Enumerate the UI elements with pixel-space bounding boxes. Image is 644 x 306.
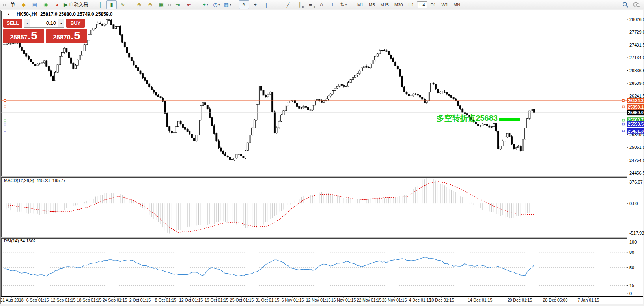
text-icon[interactable]: A xyxy=(316,0,327,9)
svg-text:14 Dec 01:15: 14 Dec 01:15 xyxy=(468,298,493,302)
main-toolbar: 单◆▤◉◕▶自动交易║▮∿⊕⊖▦⇥⇤+▾◷▾▧▾↖+|—╱∥E≡FAT⇅▾ M1… xyxy=(0,0,644,9)
pane-splitter[interactable] xyxy=(1,176,627,239)
signal-icon: ◉ xyxy=(43,2,48,8)
candlestick-chart-icon[interactable]: ▮ xyxy=(106,0,117,9)
arrows-icon-dropdown[interactable]: ▾ xyxy=(345,3,347,6)
tile-windows-icon[interactable]: ▦ xyxy=(156,0,166,9)
sell-price-display[interactable]: 25857.5 xyxy=(3,29,44,43)
channel-icon[interactable]: ∥E xyxy=(294,0,304,9)
svg-text:80: 80 xyxy=(629,250,634,255)
timeframe-button-w1[interactable]: W1 xyxy=(439,1,451,8)
svg-text:18 Sep 01:15: 18 Sep 01:15 xyxy=(77,298,102,302)
turning-point-text: 多空转折点25683 xyxy=(436,114,498,122)
buy-button[interactable]: BUY xyxy=(66,19,85,28)
rsi-line xyxy=(4,257,534,276)
template-icon: ▧ xyxy=(224,2,229,8)
horizontal-lines[interactable] xyxy=(1,100,627,132)
crosshair-icon[interactable]: + xyxy=(250,0,260,9)
line-chart-icon[interactable]: ∿ xyxy=(118,0,128,9)
line-chart-icon: ∿ xyxy=(121,2,125,8)
svg-text:22 Nov 01:15: 22 Nov 01:15 xyxy=(357,298,382,302)
volume-input[interactable] xyxy=(30,19,58,28)
horizontal-line-icon: — xyxy=(275,2,280,8)
text-icon: A xyxy=(320,2,323,8)
period-clock-icon[interactable]: ◷▾ xyxy=(211,0,222,9)
auto-trading-button-label: 自动交易 xyxy=(69,1,88,8)
trendline-icon[interactable]: ╱ xyxy=(283,0,293,9)
new-order-button: 单 xyxy=(10,1,15,8)
cursor-icon[interactable]: ↖ xyxy=(239,0,249,9)
search-icon[interactable] xyxy=(622,2,629,8)
bar-chart-icon: ║ xyxy=(99,2,102,8)
svg-text:24 Sep 01:15: 24 Sep 01:15 xyxy=(103,298,127,302)
svg-text:100: 100 xyxy=(629,240,637,244)
zoom-out-icon: ⊖ xyxy=(148,2,153,8)
collapse-arrow-icon[interactable]: ▲ xyxy=(7,13,10,16)
template-icon[interactable]: ▧▾ xyxy=(222,0,233,9)
svg-text:31 Oct 01:15: 31 Oct 01:15 xyxy=(256,298,279,302)
fibonacci-icon[interactable]: ≡F xyxy=(305,0,315,9)
svg-text:12 Oct 01:15: 12 Oct 01:15 xyxy=(179,298,203,302)
label-icon[interactable]: T xyxy=(327,0,338,9)
chart-shift-icon[interactable]: ⇤ xyxy=(184,0,194,9)
svg-text:-517.93: -517.93 xyxy=(629,231,644,235)
record-icon[interactable]: ◕ xyxy=(52,0,62,9)
chat-icon[interactable] xyxy=(633,2,640,8)
auto-scroll-icon: ⇥ xyxy=(176,2,180,8)
volume-up-button[interactable]: ▲ xyxy=(58,19,64,28)
add-indicator-icon[interactable]: +▾ xyxy=(200,0,211,9)
timeframe-button-mn[interactable]: MN xyxy=(451,1,463,8)
template-icon-dropdown[interactable]: ▾ xyxy=(230,3,231,6)
macd-signal-line xyxy=(4,182,534,233)
timeframe-button-d1[interactable]: D1 xyxy=(428,1,439,8)
timeframe-button-h4[interactable]: H4 xyxy=(417,1,427,8)
timeframe-button-h1[interactable]: H1 xyxy=(406,1,416,8)
zoom-in-icon: ⊕ xyxy=(137,2,142,8)
chart-window-icon[interactable]: ▤ xyxy=(30,0,40,9)
timeframe-button-m30[interactable]: M30 xyxy=(392,1,405,8)
horizontal-line-icon[interactable]: — xyxy=(272,0,282,9)
auto-trading-button[interactable]: ▶自动交易 xyxy=(63,0,89,9)
volume-down-button[interactable]: ▼ xyxy=(24,19,30,28)
auto-scroll-icon[interactable]: ⇥ xyxy=(173,0,183,9)
arrows-icon[interactable]: ⇅▾ xyxy=(338,0,349,9)
svg-text:28026.5: 28026.5 xyxy=(629,17,644,22)
zoom-in-icon[interactable]: ⊕ xyxy=(134,0,144,9)
sell-button[interactable]: SELL xyxy=(3,19,22,28)
svg-text:15: 15 xyxy=(629,283,634,288)
buy-price-main: 25870 xyxy=(53,30,71,45)
rsi-indicator-label: RSI(14) 54.1302 xyxy=(4,238,36,243)
sell-price-fraction: .5 xyxy=(28,29,37,42)
svg-text:25051.5: 25051.5 xyxy=(629,145,644,150)
add-indicator-icon: + xyxy=(203,2,206,8)
price-tags: 26134.325990.125859.025683.725593.525431… xyxy=(627,98,644,134)
period-clock-icon-dropdown[interactable]: ▾ xyxy=(218,3,220,6)
svg-text:24754.0: 24754.0 xyxy=(629,158,644,163)
price-axis: 28026.527729.027431.527134.026836.526539… xyxy=(627,17,644,175)
buy-price-display[interactable]: 25870.5 xyxy=(46,29,87,43)
toolbar-gripper xyxy=(130,2,132,8)
toolbar-gripper xyxy=(91,2,93,8)
svg-text:25 Oct 01:15: 25 Oct 01:15 xyxy=(230,298,254,302)
mt4-application: 单◆▤◉◕▶自动交易║▮∿⊕⊖▦⇥⇤+▾◷▾▧▾↖+|—╱∥E≡FAT⇅▾ M1… xyxy=(0,0,644,306)
svg-text:28 Nov 01:15: 28 Nov 01:15 xyxy=(382,298,407,302)
zoom-out-icon[interactable]: ⊖ xyxy=(145,0,155,9)
timeframe-button-m5[interactable]: M5 xyxy=(366,1,377,8)
buy-price-fraction: .5 xyxy=(71,29,80,42)
fibonacci-icon-sub: F xyxy=(314,6,315,9)
timeframe-button-m15[interactable]: M15 xyxy=(378,1,391,8)
date-axis: 31 Aug 20186 Sep 01:1512 Sep 01:1518 Sep… xyxy=(0,296,599,302)
toolbar-gripper xyxy=(3,2,6,8)
timeframe-button-m1[interactable]: M1 xyxy=(355,1,366,8)
gold-ingot-icon[interactable]: ◆ xyxy=(19,0,29,9)
price-chart-canvas[interactable]: 28026.527729.027431.527134.026836.526539… xyxy=(0,0,644,306)
svg-text:12 Sep 01:15: 12 Sep 01:15 xyxy=(51,298,76,302)
vertical-line-icon[interactable]: | xyxy=(261,0,271,9)
new-order-button[interactable]: 单 xyxy=(7,0,18,9)
signal-icon[interactable]: ◉ xyxy=(41,0,51,9)
tile-windows-icon: ▦ xyxy=(159,2,164,8)
add-indicator-icon-dropdown[interactable]: ▾ xyxy=(207,3,208,6)
turning-point-segment xyxy=(499,118,520,121)
bar-chart-icon[interactable]: ║ xyxy=(95,0,106,9)
chart-shift-icon: ⇤ xyxy=(187,2,191,8)
